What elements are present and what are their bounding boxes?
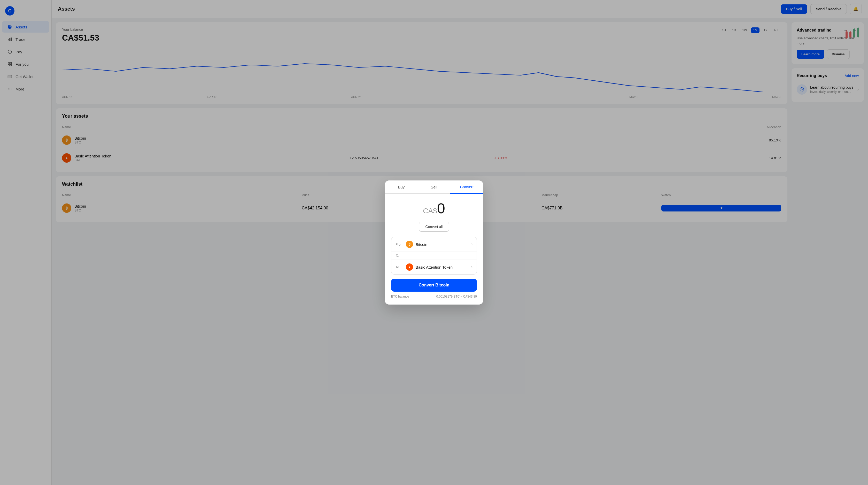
- from-to-section: From ₿ Bitcoin › ⇅ To ▲ Basic Attention …: [391, 237, 477, 275]
- modal-body: CA$0 Convert all From ₿ Bitcoin › ⇅: [385, 194, 483, 305]
- from-label: From: [396, 242, 406, 246]
- balance-label: BTC balance: [391, 295, 409, 298]
- from-coin-name: Bitcoin: [416, 242, 427, 247]
- balance-info: BTC balance 0.00108179 BTC ≈ CA$43.89: [391, 295, 477, 298]
- tab-sell[interactable]: Sell: [418, 180, 451, 193]
- swap-icon: ⇅: [396, 253, 399, 259]
- to-content: ▲ Basic Attention Token: [406, 263, 471, 271]
- convert-all-button[interactable]: Convert all: [419, 222, 449, 232]
- amount-display: CA$0: [391, 200, 477, 217]
- modal-tabs: Buy Sell Convert: [385, 180, 483, 194]
- from-coin-icon: ₿: [406, 241, 413, 248]
- convert-modal: Buy Sell Convert CA$0 Convert all From ₿…: [385, 180, 483, 305]
- balance-value: 0.00108179 BTC ≈ CA$43.89: [436, 295, 477, 298]
- swap-row: ⇅: [392, 252, 476, 260]
- tab-buy[interactable]: Buy: [385, 180, 418, 193]
- to-row-chevron: ›: [471, 265, 472, 269]
- from-row[interactable]: From ₿ Bitcoin ›: [392, 237, 476, 252]
- to-row[interactable]: To ▲ Basic Attention Token ›: [392, 260, 476, 274]
- to-label: To: [396, 265, 406, 269]
- from-content: ₿ Bitcoin: [406, 241, 471, 248]
- to-coin-name: Basic Attention Token: [416, 265, 453, 269]
- modal-overlay[interactable]: Buy Sell Convert CA$0 Convert all From ₿…: [0, 0, 868, 485]
- tab-convert[interactable]: Convert: [450, 180, 483, 194]
- from-row-chevron: ›: [471, 242, 472, 247]
- amount-value: 0: [437, 200, 445, 217]
- amount-prefix: CA$: [423, 207, 437, 215]
- convert-bitcoin-button[interactable]: Convert Bitcoin: [391, 279, 477, 292]
- to-coin-icon: ▲: [406, 263, 413, 271]
